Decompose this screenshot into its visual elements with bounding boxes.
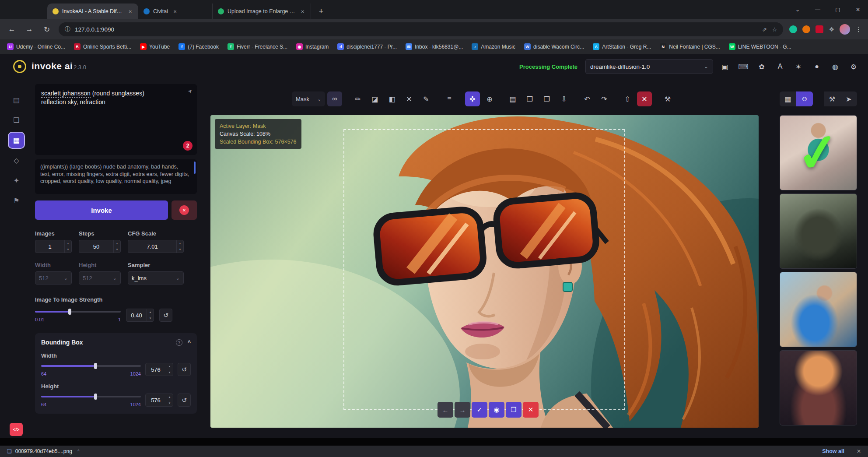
bbox-height-slider[interactable]: [41, 394, 141, 400]
preserve-mask-button[interactable]: ∞: [327, 91, 342, 106]
bookmark-star-icon[interactable]: ☆: [772, 26, 777, 33]
bookmark-fiverr[interactable]: fFiverr - Freelance S...: [228, 43, 287, 50]
bbox-width-reset-button[interactable]: ↺: [178, 363, 191, 376]
tab-close-icon[interactable]: ✕: [172, 8, 178, 15]
report-bug-button[interactable]: ✶: [792, 60, 805, 73]
cfg-scale-input[interactable]: 7.01 ▴ ▾: [128, 240, 184, 253]
browser-tab-upload[interactable]: Upload Image to Enlarge & Enha... ✕: [213, 4, 311, 19]
color-picker-button[interactable]: ✎: [419, 91, 434, 106]
eraser-tool-button[interactable]: ◪: [368, 91, 382, 106]
upload-button[interactable]: ⇧: [620, 91, 635, 106]
maximize-button[interactable]: ▢: [828, 7, 848, 13]
save-to-gallery-button[interactable]: ❒: [522, 91, 537, 106]
bookmark-wacom[interactable]: Wdisable Wacom Circ...: [524, 43, 584, 50]
images-input[interactable]: 1 ▴ ▾: [35, 240, 72, 253]
bookmark-disciple[interactable]: ddisciplenei1777 - Pr...: [337, 43, 397, 50]
merge-layers-button[interactable]: ▤: [505, 91, 520, 106]
extension-icon-green[interactable]: [789, 25, 797, 33]
adblock-extension-icon[interactable]: [816, 25, 823, 33]
bbox-width-input[interactable]: 576 ▴ ▾: [145, 363, 173, 376]
bbox-width-slider[interactable]: [41, 363, 141, 369]
pin-icon[interactable]: ➤: [186, 87, 194, 95]
copy-to-clipboard-button[interactable]: ❐: [539, 91, 554, 106]
site-info-icon[interactable]: ⓘ: [65, 25, 70, 33]
bookmark-inbox[interactable]: ✉Inbox - klk56831@...: [406, 43, 463, 50]
unified-canvas[interactable]: Active Layer: Mask Canvas Scale: 108% Sc…: [210, 115, 759, 428]
tab-close-icon[interactable]: ✕: [299, 8, 306, 15]
toggle-preview-button[interactable]: ◉: [489, 402, 504, 418]
strength-input[interactable]: 0.40 ▴ ▾: [126, 309, 154, 322]
model-manager-button[interactable]: ▣: [718, 60, 732, 73]
gallery-settings-button[interactable]: ⚒: [824, 91, 840, 106]
bookmark-facebook[interactable]: f(7) Facebook: [178, 43, 219, 50]
tab-search-icon[interactable]: ⌄: [788, 7, 808, 13]
download-expand-icon[interactable]: ^: [77, 449, 80, 454]
share-icon[interactable]: ⇗: [762, 26, 767, 33]
move-tool-button[interactable]: ✜: [465, 91, 480, 106]
tab-unified-canvas[interactable]: ▦: [9, 133, 24, 148]
stepper-up-icon[interactable]: ▴: [177, 240, 183, 246]
fill-tool-button[interactable]: ◧: [385, 91, 399, 106]
width-select[interactable]: 512 ⌄: [35, 271, 72, 285]
height-select[interactable]: 512 ⌄: [79, 271, 121, 285]
language-button[interactable]: A: [774, 60, 787, 73]
bounding-box-selection[interactable]: [343, 129, 625, 410]
negative-prompt-input[interactable]: ((implants)) (large boobs) nude bad anat…: [35, 159, 197, 194]
download-image-button[interactable]: ⇩: [556, 91, 571, 106]
discord-button[interactable]: ◍: [829, 60, 842, 73]
browser-tab-civitai[interactable]: Civitai ✕: [138, 4, 213, 19]
pin-gallery-button[interactable]: ➤: [840, 91, 857, 106]
stepper-up-icon[interactable]: ▴: [166, 394, 173, 400]
stepper-down-icon[interactable]: ▾: [166, 400, 173, 406]
puzzle-extensions-icon[interactable]: ❖: [829, 26, 834, 33]
stepper-down-icon[interactable]: ▾: [166, 369, 173, 376]
bookmark-youtube[interactable]: ▶YouTube: [140, 43, 170, 50]
bookmark-neil-fontaine[interactable]: NNeil Fontaine | CGS...: [660, 43, 720, 50]
slider-handle[interactable]: [94, 394, 97, 400]
layer-select[interactable]: Mask ⌄: [292, 91, 325, 106]
theme-button[interactable]: ✿: [755, 60, 768, 73]
img2img-strength-slider[interactable]: [35, 309, 121, 315]
hotkeys-button[interactable]: ⌨: [737, 60, 750, 73]
bbox-height-reset-button[interactable]: ↺: [178, 394, 191, 407]
console-toggle-button[interactable]: </>: [10, 423, 23, 436]
stepper-down-icon[interactable]: ▾: [177, 246, 183, 253]
tab-text-to-image[interactable]: ▤: [9, 92, 24, 108]
bookmark-instagram[interactable]: ◉Instagram: [296, 43, 329, 50]
stepper-up-icon[interactable]: ▴: [114, 240, 120, 246]
tab-training[interactable]: ⚑: [9, 193, 24, 208]
bookmark-webtoon[interactable]: WLINE WEBTOON - G...: [729, 43, 791, 50]
tab-nodes[interactable]: ◇: [9, 153, 24, 168]
prompt-input[interactable]: scarlett johansson (round sunglasses) re…: [35, 84, 197, 155]
new-tab-button[interactable]: +: [315, 5, 328, 18]
stepper-down-icon[interactable]: ▾: [65, 246, 71, 253]
model-select[interactable]: dreamlike-diffusion-1.0 ⌄: [585, 59, 713, 74]
show-all-downloads-link[interactable]: Show all: [822, 448, 844, 454]
bbox-height-input[interactable]: 576 ▴ ▾: [145, 394, 173, 407]
cancel-button[interactable]: ✕: [172, 200, 197, 220]
address-bar[interactable]: ⓘ 127.0.0.1:9090 ⇗ ☆: [59, 22, 783, 36]
discard-image-button[interactable]: ✕: [523, 402, 539, 418]
tab-image-to-image[interactable]: ❏: [9, 112, 24, 128]
steps-input[interactable]: 50 ▴ ▾: [79, 240, 121, 253]
reset-view-button[interactable]: ⊕: [482, 91, 497, 106]
stepper-down-icon[interactable]: ▾: [147, 315, 154, 321]
back-button[interactable]: ←: [6, 25, 18, 34]
bookmark-udemy[interactable]: UUdemy - Online Co...: [7, 43, 65, 50]
collapse-icon[interactable]: ^: [188, 339, 191, 345]
gallery-thumbnail[interactable]: [780, 350, 857, 425]
strength-reset-button[interactable]: ↺: [159, 309, 172, 322]
clear-canvas-button[interactable]: ✕: [637, 91, 652, 106]
canvas-settings-button[interactable]: ⚒: [660, 91, 675, 106]
gallery-thumbnail[interactable]: [780, 272, 857, 347]
next-image-button[interactable]: →: [455, 402, 470, 418]
browser-menu-icon[interactable]: ⋮: [855, 25, 862, 33]
minimize-button[interactable]: —: [808, 7, 828, 13]
slider-handle[interactable]: [94, 363, 97, 369]
gallery-results-button[interactable]: ☺: [796, 91, 813, 106]
close-window-button[interactable]: ✕: [848, 7, 868, 13]
stepper-up-icon[interactable]: ▴: [147, 309, 154, 315]
slider-handle[interactable]: [68, 309, 71, 315]
reload-button[interactable]: ↻: [41, 25, 52, 34]
redo-button[interactable]: ↷: [597, 91, 612, 106]
